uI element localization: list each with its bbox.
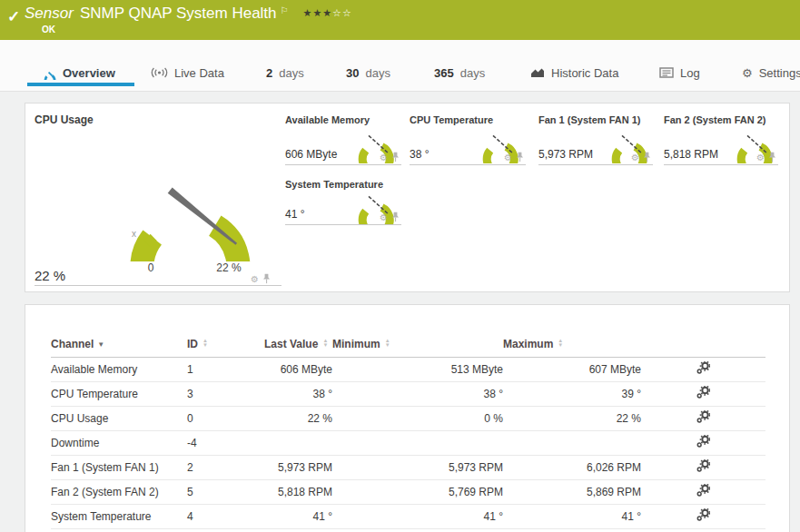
tab-365-days-number: 365: [434, 66, 454, 80]
channel-settings-icon[interactable]: [696, 508, 710, 524]
sort-desc-icon: ▼: [97, 340, 104, 349]
cpu-usage-gauge[interactable]: [100, 134, 254, 261]
gear-icon[interactable]: ⚙: [504, 153, 512, 163]
gear-icon[interactable]: ⚙: [251, 274, 259, 284]
pin-icon[interactable]: [516, 152, 524, 163]
channel-id: 5: [187, 479, 264, 504]
channel-settings-icon[interactable]: [696, 459, 710, 475]
tile-actions: ⚙: [756, 152, 776, 163]
channel-last-value: 606 MByte: [264, 357, 332, 381]
channel-id: 0: [187, 406, 264, 430]
gauge-tile-cpu-temperature[interactable]: CPU Temperature 38 ° ⚙: [410, 113, 526, 165]
prtg-sensor-page: ✓ Sensor SNMP QNAP System Health ⚐ ★★★☆☆…: [0, 0, 800, 532]
tab-overview[interactable]: Overview: [42, 62, 115, 84]
gauge-scale-max: 22 %: [207, 261, 251, 274]
main-gauge-title: CPU Usage: [35, 113, 94, 126]
sort-icon: ▲▼: [385, 339, 390, 348]
channel-minimum: 38 °: [332, 381, 503, 406]
tab-settings[interactable]: ⚙ Settings: [742, 62, 800, 84]
tab-live-data-label: Live Data: [174, 66, 224, 80]
channels-panel: Channel▼ ID▲▼ Last Value▲▼ Minimum▲▼ Max…: [25, 304, 790, 532]
channel-id: 3: [187, 381, 264, 406]
channel-id: 4: [187, 504, 264, 528]
table-row: Available Memory 1 606 MByte 513 MByte 6…: [51, 357, 765, 381]
gauge-tile-system-temperature[interactable]: System Temperature 41 ° ⚙: [285, 177, 401, 225]
channel-name: Fan 1 (System FAN 1): [51, 455, 187, 479]
channel-maximum: 22 %: [503, 406, 641, 430]
column-header-minimum[interactable]: Minimum▲▼: [332, 332, 503, 357]
gauge-tile-available-memory[interactable]: Available Memory 606 MByte ⚙: [285, 113, 401, 165]
channel-settings-icon[interactable]: [696, 386, 710, 401]
gear-icon[interactable]: ⚙: [756, 153, 765, 163]
tile-actions: ⚙: [380, 212, 400, 222]
gauge-tile-fan-2[interactable]: Fan 2 (System FAN 2) 5,818 RPM ⚙: [664, 113, 778, 165]
tab-365-days[interactable]: 365 days: [434, 62, 485, 84]
channel-last-value: 38 °: [264, 381, 332, 406]
main-tile-actions: ⚙: [251, 273, 271, 284]
gauge-tile-value: 38 °: [410, 148, 429, 161]
gauge-tile-fan-1[interactable]: Fan 1 (System FAN 1) 5,973 RPM ⚙: [538, 113, 653, 165]
pin-icon[interactable]: [262, 273, 271, 284]
tab-2-days[interactable]: 2 days: [266, 62, 304, 84]
tab-live-data[interactable]: Live Data: [151, 62, 224, 84]
sensor-title-row: Sensor SNMP QNAP System Health ⚐ ★★★☆☆: [25, 5, 352, 23]
channel-minimum: 5,769 RPM: [332, 479, 503, 504]
channel-maximum: 41 °: [503, 504, 641, 528]
channel-name: CPU Temperature: [51, 381, 187, 406]
table-row: Downtime -4: [51, 430, 765, 455]
gear-icon[interactable]: ⚙: [380, 153, 388, 163]
tile-actions: ⚙: [380, 152, 400, 163]
priority-rating[interactable]: ★★★☆☆: [303, 7, 352, 19]
channel-settings-icon[interactable]: [696, 410, 710, 426]
pin-icon[interactable]: [391, 212, 400, 222]
pin-icon[interactable]: [391, 152, 400, 163]
channel-maximum: 5,869 RPM: [503, 479, 641, 504]
sort-icon: ▲▼: [202, 339, 208, 348]
column-header-id[interactable]: ID▲▼: [187, 332, 264, 357]
column-header-last-value[interactable]: Last Value▲▼: [264, 332, 332, 357]
channel-settings-icon[interactable]: [696, 435, 710, 450]
area-chart-icon: [530, 67, 545, 78]
tab-30-days-word: days: [365, 66, 390, 80]
channel-settings-icon[interactable]: [696, 484, 710, 499]
stars-filled[interactable]: ★★★: [303, 7, 333, 18]
column-label: Channel: [51, 338, 94, 350]
tab-historic-data[interactable]: Historic Data: [530, 62, 618, 84]
column-label: ID: [187, 338, 198, 350]
flag-icon[interactable]: ⚐: [281, 5, 289, 15]
tab-historic-data-label: Historic Data: [551, 66, 618, 80]
sensor-title: SNMP QNAP System Health: [80, 5, 277, 23]
channel-name: System Temperature: [51, 504, 187, 528]
gauge-tile-value: 5,973 RPM: [538, 148, 593, 161]
channel-minimum: 513 MByte: [332, 357, 503, 381]
channel-maximum: 6,026 RPM: [503, 455, 641, 479]
column-label: Maximum: [503, 338, 553, 350]
gauges-panel: CPU Usage x 0 22 % 22 % ⚙ Available Memo…: [25, 103, 790, 292]
channel-id: 2: [187, 455, 264, 479]
tab-settings-label: Settings: [759, 66, 800, 80]
column-header-maximum[interactable]: Maximum▲▼: [503, 332, 641, 357]
channel-settings-icon[interactable]: [696, 361, 710, 377]
gear-icon: ⚙: [742, 66, 753, 80]
channel-maximum: 39 °: [503, 381, 641, 406]
cpu-usage-value: 22 %: [35, 268, 65, 283]
gear-icon[interactable]: ⚙: [380, 212, 388, 222]
tab-bar: Overview Live Data 2 days 30 days 365 da…: [0, 40, 800, 92]
tab-30-days[interactable]: 30 days: [346, 62, 390, 84]
tab-365-days-word: days: [460, 66, 485, 80]
gauge-tile-value: 606 MByte: [285, 148, 337, 161]
channel-last-value: 41 °: [264, 504, 332, 528]
channel-id: 1: [187, 357, 264, 381]
tab-30-days-number: 30: [346, 66, 359, 80]
table-row: System Temperature 4 41 ° 41 ° 41 °: [51, 504, 765, 528]
pin-icon[interactable]: [768, 152, 776, 163]
column-header-channel[interactable]: Channel▼: [51, 332, 187, 357]
gauge-tile-value: 41 °: [285, 208, 304, 221]
column-label: Last Value: [264, 338, 318, 350]
pin-icon[interactable]: [643, 152, 651, 163]
channel-minimum: 5,973 RPM: [332, 455, 503, 479]
tab-log[interactable]: Log: [659, 62, 700, 84]
channel-last-value: 5,973 RPM: [264, 455, 332, 479]
gear-icon[interactable]: ⚙: [631, 153, 639, 163]
stars-empty[interactable]: ☆☆: [332, 7, 352, 18]
